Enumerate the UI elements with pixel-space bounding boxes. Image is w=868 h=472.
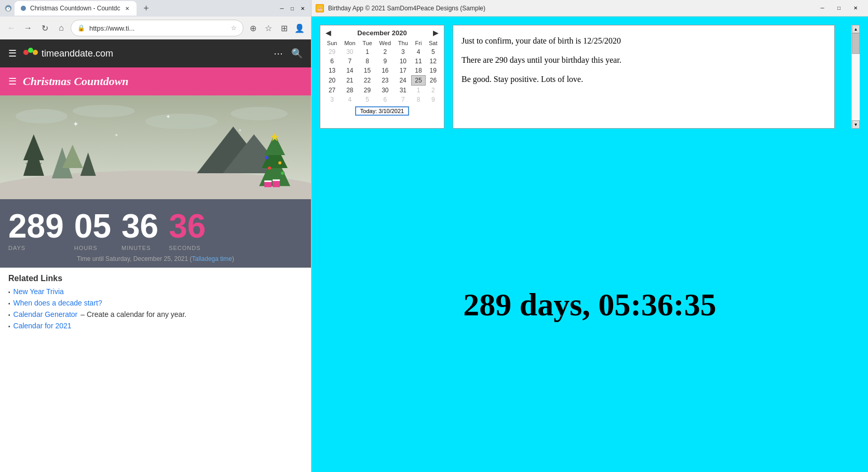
url-input[interactable]: [89, 24, 227, 32]
close-button[interactable]: ✕: [299, 4, 307, 12]
cal-day[interactable]: 29: [323, 47, 341, 57]
svg-rect-29: [264, 181, 272, 182]
cal-day[interactable]: 28: [341, 86, 359, 95]
decade-link[interactable]: When does a decade start?: [13, 299, 102, 307]
cal-day[interactable]: 26: [425, 76, 441, 86]
birthday-window-controls: ─ □ ✕: [814, 3, 864, 13]
christmas-scene: ✦ ✦ ✦ ✦: [0, 95, 311, 199]
cal-day[interactable]: 9: [376, 57, 395, 66]
cal-day[interactable]: 13: [323, 66, 341, 76]
cal-day[interactable]: 1: [412, 86, 426, 95]
hours-label: HOURS: [74, 245, 98, 251]
cal-day[interactable]: 15: [359, 66, 376, 76]
cal-day[interactable]: 6: [376, 95, 395, 104]
forward-button[interactable]: →: [21, 21, 35, 35]
countdown-seconds: 36 SECONDS: [169, 210, 206, 251]
cal-day[interactable]: 4: [341, 95, 359, 104]
browser-titlebar: 🕐 Christmas Countdown - Countdc ✕ + ─ □ …: [0, 0, 311, 17]
cal-day[interactable]: 27: [323, 86, 341, 95]
search-icon[interactable]: 🔍: [291, 48, 303, 59]
new-year-trivia-link[interactable]: New Year Trivia: [13, 287, 64, 296]
cal-day[interactable]: 6: [323, 57, 341, 66]
cal-header-tue: Tue: [359, 39, 376, 47]
cal-day[interactable]: 18: [412, 66, 426, 76]
cal-day[interactable]: 1: [359, 47, 376, 57]
cal-day[interactable]: 7: [395, 95, 411, 104]
svg-point-7: [16, 109, 67, 123]
calendar-prev-button[interactable]: ◀: [323, 29, 333, 37]
share-icon[interactable]: ⋯: [274, 48, 283, 59]
tab-title: Christmas Countdown - Countdc: [30, 5, 120, 12]
cal-day[interactable]: 19: [425, 66, 441, 76]
address-bar[interactable]: 🔒 ☆: [71, 20, 243, 36]
minimize-birthday-button[interactable]: ─: [814, 3, 831, 13]
christmas-title: Christmas Countdown: [23, 75, 129, 88]
extensions-button[interactable]: ⊕: [246, 21, 260, 35]
cal-day[interactable]: 8: [359, 57, 376, 66]
today-button[interactable]: Today: 3/10/2021: [355, 106, 409, 116]
cal-day[interactable]: 29: [359, 86, 376, 95]
cal-day[interactable]: 20: [323, 76, 341, 86]
back-button[interactable]: ←: [4, 21, 19, 35]
scroll-track[interactable]: [852, 33, 860, 120]
cal-day[interactable]: 31: [395, 86, 411, 95]
list-item: • Calendar for 2021: [8, 322, 303, 330]
cal-day[interactable]: 11: [412, 57, 426, 66]
favorites-button[interactable]: ☆: [261, 21, 276, 35]
cal-day[interactable]: 23: [376, 76, 395, 86]
svg-point-5: [33, 50, 38, 55]
cal-day[interactable]: 21: [341, 76, 359, 86]
svg-text:✦: ✦: [166, 113, 171, 120]
cal-day[interactable]: 24: [395, 76, 411, 86]
cal-day[interactable]: 5: [359, 95, 376, 104]
countdown-time-info: Time until Saturday, December 25, 2021 (…: [8, 255, 303, 262]
scroll-up-button[interactable]: ▲: [852, 25, 860, 33]
timezone-link[interactable]: Talladega time: [192, 255, 232, 262]
browser-tab[interactable]: Christmas Countdown - Countdc ✕: [15, 1, 137, 16]
cal-day[interactable]: 14: [341, 66, 359, 76]
svg-point-24: [278, 161, 281, 164]
hamburger-icon[interactable]: ☰: [8, 48, 17, 59]
cal-day[interactable]: 10: [395, 57, 411, 66]
calendar-next-button[interactable]: ▶: [431, 29, 441, 37]
minimize-button[interactable]: ─: [278, 4, 286, 12]
cal-day[interactable]: 2: [425, 86, 441, 95]
cal-day[interactable]: 3: [395, 47, 411, 57]
cal-day[interactable]: 4: [412, 47, 426, 57]
birthday-line3: Be good. Stay positive. Lots of love.: [462, 72, 826, 87]
close-birthday-button[interactable]: ✕: [847, 3, 864, 13]
restore-birthday-button[interactable]: □: [831, 3, 847, 13]
cal-day[interactable]: 16: [376, 66, 395, 76]
hours-number: 05: [74, 210, 111, 243]
reload-button[interactable]: ↻: [37, 21, 52, 35]
cal-day[interactable]: 5: [425, 47, 441, 57]
cal-day-selected[interactable]: 25: [412, 76, 426, 86]
bullet-icon: •: [8, 324, 10, 329]
cal-day[interactable]: 30: [341, 47, 359, 57]
cal-day[interactable]: 3: [323, 95, 341, 104]
cal-day[interactable]: 30: [376, 86, 395, 95]
calendar-widget[interactable]: ◀ December 2020 ▶ Sun Mon Tue Wed Thu Fr…: [320, 25, 444, 129]
cal-day[interactable]: 22: [359, 76, 376, 86]
scroll-thumb[interactable]: [852, 33, 860, 54]
calendar-generator-link[interactable]: Calendar Generator: [13, 310, 78, 318]
vertical-scrollbar[interactable]: ▲ ▼: [851, 25, 860, 129]
window-controls: ─ □ ✕: [278, 4, 307, 12]
cal-day[interactable]: 7: [341, 57, 359, 66]
cal-day[interactable]: 2: [376, 47, 395, 57]
collections-button[interactable]: ⊞: [277, 21, 291, 35]
scroll-down-button[interactable]: ▼: [852, 120, 860, 129]
tab-close-button[interactable]: ✕: [123, 4, 131, 12]
cal-day[interactable]: 8: [412, 95, 426, 104]
browser-toolbar: ← → ↻ ⌂ 🔒 ☆ ⊕ ☆ ⊞ 👤: [0, 17, 311, 39]
cal-day[interactable]: 12: [425, 57, 441, 66]
cal-day[interactable]: 9: [425, 95, 441, 104]
minutes-label: MINUTES: [121, 245, 151, 251]
home-button[interactable]: ⌂: [54, 21, 69, 35]
christmas-menu-icon[interactable]: ☰: [8, 76, 17, 87]
calendar-2021-link[interactable]: Calendar for 2021: [13, 322, 72, 330]
restore-button[interactable]: □: [288, 4, 296, 12]
profile-button[interactable]: 👤: [292, 21, 307, 35]
new-tab-button[interactable]: +: [139, 1, 153, 16]
cal-day[interactable]: 17: [395, 66, 411, 76]
